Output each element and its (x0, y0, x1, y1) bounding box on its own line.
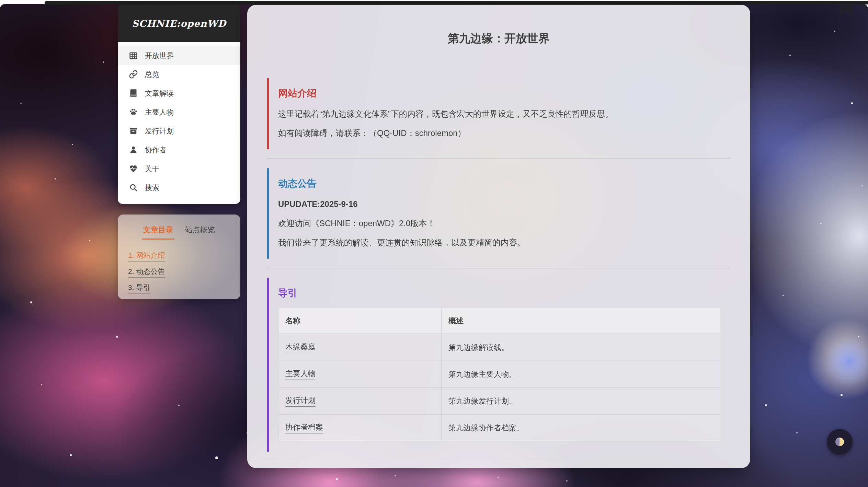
guide-link[interactable]: 木缘桑庭 (285, 342, 316, 353)
section-heading-guide: 导引 (278, 287, 730, 300)
heart-pulse-icon (129, 164, 138, 173)
half-moon-icon (835, 438, 844, 446)
sidebar-item-label: 文章解读 (145, 89, 174, 98)
section-divider (267, 461, 730, 461)
sidebar-item-collaborators[interactable]: 协作者 (118, 140, 240, 159)
section-divider (267, 159, 730, 159)
sidebar-header: SCHNIE:openWD (118, 5, 240, 42)
intro-paragraph: 这里记载着“第九边缘文化体系”下的内容，既包含宏大的世界设定，又不乏良性的哲理反… (278, 108, 730, 120)
sidebar-item-label: 主要人物 (145, 107, 174, 117)
guide-desc: 第九边缘协作者档案。 (442, 415, 720, 441)
sidebar-item-overview[interactable]: 总览 (118, 65, 240, 84)
guide-table-row: 发行计划 第九边缘发行计划。 (278, 388, 720, 415)
main-content-panel: 第九边缘：开放世界 网站介绍 这里记载着“第九边缘文化体系”下的内容，既包含宏大… (247, 5, 750, 468)
toc-tabs: 文章目录 站点概览 (118, 225, 240, 240)
section-divider (267, 268, 730, 268)
news-paragraph: 我们带来了更系统的解读、更连贯的知识脉络，以及更精简的内容。 (278, 237, 730, 248)
page-title: 第九边缘：开放世界 (267, 31, 730, 46)
intro-contact-paragraph: 如有阅读障碍，请联系：（QQ-UID：schrolemon） (278, 127, 730, 139)
toc-link-intro[interactable]: 1. 网站介绍 (128, 251, 165, 262)
guide-table-row: 协作者档案 第九边缘协作者档案。 (278, 415, 720, 441)
news-paragraph: 欢迎访问《SCHNIE：openWD》2.0版本！ (278, 218, 730, 229)
background-stars (0, 0, 1, 1)
search-icon (129, 183, 138, 192)
guide-link[interactable]: 主要人物 (285, 369, 316, 380)
archive-box-icon (129, 126, 138, 136)
tab-article-toc[interactable]: 文章目录 (142, 225, 174, 240)
section-site-intro: 网站介绍 这里记载着“第九边缘文化体系”下的内容，既包含宏大的世界设定，又不乏良… (267, 78, 730, 149)
paw-icon (129, 107, 138, 117)
guide-desc: 第九边缘主要人物。 (442, 361, 720, 388)
theme-toggle-button[interactable] (827, 429, 853, 455)
sidebar-item-release-plan[interactable]: 发行计划 (118, 121, 240, 140)
sidebar-item-search[interactable]: 搜索 (118, 178, 240, 197)
guide-link[interactable]: 发行计划 (285, 395, 316, 407)
sidebar-item-open-world[interactable]: 开放世界 (118, 46, 240, 65)
link-icon (129, 70, 138, 79)
toc-link-list: 1. 网站介绍 2. 动态公告 3. 导引 (128, 251, 240, 294)
guide-desc: 第九边缘解读线。 (442, 334, 720, 361)
grid-icon (129, 51, 138, 60)
sidebar-item-label: 协作者 (145, 145, 167, 155)
sidebar-item-label: 总览 (145, 70, 159, 79)
sidebar-item-characters[interactable]: 主要人物 (118, 103, 240, 121)
section-guide: 导引 名称 概述 木缘桑庭 第九边缘解读线。 主要人物 第九边缘主要人物。 (267, 278, 730, 452)
top-dark-bar (45, 1, 868, 4)
guide-table-row: 木缘桑庭 第九边缘解读线。 (278, 334, 720, 361)
section-news: 动态公告 UPUDATE:2025-9-16 欢迎访问《SCHNIE：openW… (267, 168, 730, 259)
toc-panel: 文章目录 站点概览 1. 网站介绍 2. 动态公告 3. 导引 (118, 214, 240, 299)
guide-desc: 第九边缘发行计划。 (442, 388, 720, 415)
sidebar-item-label: 关于 (145, 164, 159, 174)
guide-table-header-row: 名称 概述 (278, 308, 720, 334)
user-icon (129, 145, 138, 154)
book-icon (129, 89, 138, 98)
column-header-desc: 概述 (442, 308, 720, 334)
sidebar-item-about[interactable]: 关于 (118, 159, 240, 178)
sidebar: SCHNIE:openWD 开放世界 总览 文章解读 主要人物 (118, 5, 240, 204)
sidebar-item-label: 搜索 (145, 183, 159, 193)
guide-link[interactable]: 协作者档案 (285, 422, 323, 433)
section-heading-intro: 网站介绍 (278, 87, 730, 100)
sidebar-item-label: 开放世界 (145, 51, 174, 60)
sidebar-item-articles[interactable]: 文章解读 (118, 84, 240, 103)
column-header-name: 名称 (278, 308, 442, 334)
toc-link-guide[interactable]: 3. 导引 (128, 283, 150, 294)
guide-table-row: 主要人物 第九边缘主要人物。 (278, 361, 720, 388)
sidebar-item-label: 发行计划 (145, 126, 174, 136)
update-date: UPUDATE:2025-9-16 (278, 198, 730, 210)
section-heading-news: 动态公告 (278, 177, 730, 190)
sidebar-nav: 开放世界 总览 文章解读 主要人物 发行计划 (118, 42, 240, 204)
guide-table: 名称 概述 木缘桑庭 第九边缘解读线。 主要人物 第九边缘主要人物。 发行计划 … (278, 308, 720, 441)
toc-link-news[interactable]: 2. 动态公告 (128, 267, 165, 278)
tab-site-overview[interactable]: 站点概览 (184, 225, 216, 240)
site-logo[interactable]: SCHNIE:openWD (132, 18, 226, 29)
